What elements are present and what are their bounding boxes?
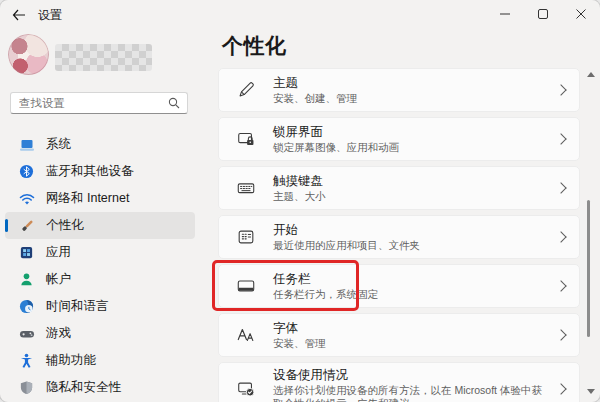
back-button[interactable]	[4, 3, 34, 27]
search-icon	[168, 97, 180, 109]
sidebar-item-label: 辅助功能	[46, 352, 96, 369]
sidebar-item-label: 网络和 Internet	[46, 190, 129, 207]
personalization-icon	[18, 217, 35, 234]
minimize-button[interactable]	[486, 0, 524, 28]
chevron-right-icon	[555, 231, 566, 242]
sidebar-item-system[interactable]: 系统	[5, 131, 195, 158]
user-avatar[interactable]	[8, 34, 49, 75]
taskbar-icon	[234, 274, 258, 298]
chevron-right-icon	[555, 84, 566, 95]
row-subtitle: 主题、大小	[273, 190, 547, 203]
sidebar-item-bluetooth[interactable]: 蓝牙和其他设备	[5, 158, 195, 185]
chevron-right-icon	[555, 329, 566, 340]
lock-screen-icon	[234, 127, 258, 151]
search-box[interactable]	[10, 92, 188, 114]
device-usage-icon	[234, 377, 258, 401]
back-arrow-icon	[12, 9, 26, 21]
bluetooth-icon	[18, 163, 35, 180]
sidebar-item-label: 时间和语言	[46, 298, 109, 315]
chevron-right-icon	[555, 383, 566, 394]
sidebar-item-label: 个性化	[46, 217, 84, 234]
touch-keyboard-icon	[234, 176, 258, 200]
row-title: 任务栏	[273, 272, 547, 287]
sidebar-item-label: 帐户	[46, 271, 71, 288]
row-subtitle: 选择你计划使用设备的所有方法，以在 Microsoft 体验中获取个性化的提示、…	[273, 384, 547, 402]
start-icon	[234, 225, 258, 249]
sidebar-item-label: 隐私和安全性	[46, 379, 121, 396]
themes-icon	[234, 78, 258, 102]
row-subtitle: 任务栏行为，系统固定	[273, 288, 547, 301]
user-name-redacted	[55, 44, 152, 71]
chevron-right-icon	[555, 133, 566, 144]
sidebar-item-label: 应用	[46, 244, 71, 261]
close-button[interactable]	[562, 0, 600, 28]
chevron-right-icon	[555, 280, 566, 291]
row-subtitle: 安装、管理	[273, 337, 547, 350]
maximize-icon	[538, 9, 548, 19]
sidebar-item-privacy[interactable]: 隐私和安全性	[5, 374, 195, 401]
gaming-icon	[18, 325, 35, 342]
fonts-icon	[234, 323, 258, 347]
row-subtitle: 安装、创建、管理	[273, 92, 547, 105]
search-input[interactable]	[11, 97, 168, 109]
row-title: 主题	[273, 76, 547, 91]
row-title: 锁屏界面	[273, 125, 547, 140]
row-fonts[interactable]: 字体 安装、管理	[218, 313, 580, 357]
sidebar-item-apps[interactable]: 应用	[5, 239, 195, 266]
system-icon	[18, 136, 35, 153]
sidebar-item-label: 蓝牙和其他设备	[46, 163, 134, 180]
row-title: 设备使用情况	[273, 368, 547, 383]
network-icon	[18, 190, 35, 207]
page-title: 个性化	[222, 32, 287, 60]
maximize-button[interactable]	[524, 0, 562, 28]
sidebar-item-accounts[interactable]: 帐户	[5, 266, 195, 293]
settings-list: 主题 安装、创建、管理 锁屏界面 锁定屏幕图像、应用和动画 触摸键盘 主题、大小	[218, 68, 580, 402]
row-device-usage[interactable]: 设备使用情况 选择你计划使用设备的所有方法，以在 Microsoft 体验中获取…	[218, 362, 580, 402]
sidebar-item-network[interactable]: 网络和 Internet	[5, 185, 195, 212]
row-title: 字体	[273, 321, 547, 336]
scrollbar-down-arrow-icon[interactable]	[587, 389, 595, 394]
sidebar-item-gaming[interactable]: 游戏	[5, 320, 195, 347]
row-themes[interactable]: 主题 安装、创建、管理	[218, 68, 580, 112]
row-start[interactable]: 开始 最近使用的应用和项目、文件夹	[218, 215, 580, 259]
accessibility-icon	[18, 352, 35, 369]
apps-icon	[18, 244, 35, 261]
row-touch-keyboard[interactable]: 触摸键盘 主题、大小	[218, 166, 580, 210]
minimize-icon	[500, 9, 510, 19]
scrollbar-up-arrow-icon[interactable]	[587, 72, 595, 77]
row-lock-screen[interactable]: 锁屏界面 锁定屏幕图像、应用和动画	[218, 117, 580, 161]
row-subtitle: 锁定屏幕图像、应用和动画	[273, 141, 547, 154]
time-language-icon	[18, 298, 35, 315]
accounts-icon	[18, 271, 35, 288]
titlebar: 设置	[0, 0, 600, 30]
sidebar-item-label: 游戏	[46, 325, 71, 342]
privacy-icon	[18, 379, 35, 396]
close-icon	[576, 9, 586, 19]
app-title: 设置	[38, 7, 62, 24]
row-title: 触摸键盘	[273, 174, 547, 189]
scrollbar-thumb[interactable]	[587, 200, 590, 337]
row-title: 开始	[273, 223, 547, 238]
chevron-right-icon	[555, 182, 566, 193]
sidebar-item-time-language[interactable]: 时间和语言	[5, 293, 195, 320]
sidebar-item-personalization[interactable]: 个性化	[5, 212, 195, 239]
settings-window: 设置 系统	[0, 0, 600, 402]
sidebar-item-label: 系统	[46, 136, 71, 153]
sidebar-item-accessibility[interactable]: 辅助功能	[5, 347, 195, 374]
window-controls	[486, 0, 600, 28]
sidebar-nav: 系统 蓝牙和其他设备 网络和 Internet 个性化 应用	[5, 131, 195, 401]
selected-indicator	[5, 219, 8, 232]
row-subtitle: 最近使用的应用和项目、文件夹	[273, 239, 547, 252]
row-taskbar[interactable]: 任务栏 任务栏行为，系统固定	[218, 264, 580, 308]
